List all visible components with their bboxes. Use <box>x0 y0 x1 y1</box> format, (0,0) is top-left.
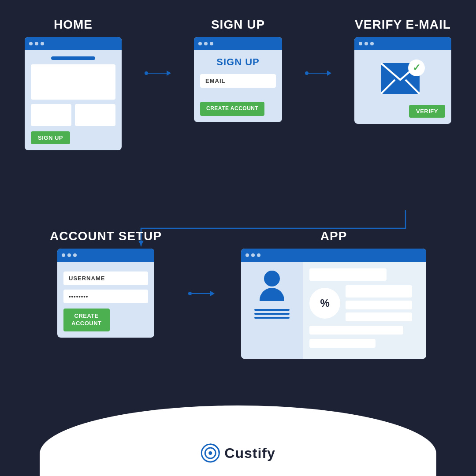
svg-point-2 <box>208 451 212 455</box>
signup-title: SIGN UP <box>200 56 276 68</box>
verify-browser-bar <box>354 37 451 50</box>
home-label: HOME <box>54 18 93 32</box>
signup-flow-item: SIGN UP SIGN UP EMAIL CREATE ACCOUNT <box>194 18 282 122</box>
verify-icon-wrap: ✓ <box>361 56 445 105</box>
home-cards <box>31 104 115 126</box>
verify-dot-1 <box>359 42 362 45</box>
verify-button[interactable]: VERIFY <box>409 105 445 118</box>
home-card-2 <box>75 104 115 126</box>
app-bars-group <box>346 285 420 321</box>
app-dot-3 <box>257 253 260 257</box>
arrow-signup-verify <box>305 71 331 76</box>
arrow-line-3 <box>192 293 210 294</box>
user-lines-icon <box>254 309 290 319</box>
account-dot-2 <box>67 253 71 257</box>
home-browser: SIGN UP <box>25 37 122 150</box>
signup-dot-1 <box>198 42 202 45</box>
check-badge: ✓ <box>408 60 425 76</box>
verify-btn-wrap: VERIFY <box>361 105 445 118</box>
signup-email-field[interactable]: EMAIL <box>200 74 276 88</box>
arrow-account-app <box>188 291 215 296</box>
app-bar-5 <box>309 326 403 335</box>
app-bar-1 <box>309 268 387 281</box>
arrow-head-2 <box>327 71 331 76</box>
app-flow-item: APP <box>241 229 426 359</box>
home-nav-bar <box>51 56 95 60</box>
user-line-2 <box>254 313 290 315</box>
signup-label: SIGN UP <box>211 18 265 32</box>
home-browser-body: SIGN UP <box>25 50 122 150</box>
arrow-line-2 <box>309 73 327 74</box>
top-row: HOME SIGN UP SIGN UP <box>13 18 463 150</box>
create-account-button-top[interactable]: CREATE ACCOUNT <box>200 102 264 116</box>
bottom-arc <box>40 405 436 476</box>
account-browser: USERNAME •••••••• CREATE ACCOUNT <box>57 249 154 338</box>
app-label: APP <box>320 229 347 243</box>
app-bar-4 <box>346 312 412 321</box>
home-dot-3 <box>41 42 44 45</box>
home-browser-bar <box>25 37 122 50</box>
app-browser-bar <box>241 249 426 262</box>
account-dot-1 <box>62 253 65 257</box>
app-dot-2 <box>251 253 255 257</box>
signup-dot-3 <box>210 42 213 45</box>
arrow-dot-3 <box>188 292 192 295</box>
app-browser: % <box>241 249 426 359</box>
account-browser-bar <box>57 249 154 262</box>
verify-browser: ✓ VERIFY <box>354 37 451 124</box>
verify-dot-2 <box>364 42 368 45</box>
check-mark-icon: ✓ <box>413 62 420 74</box>
create-btn-line1: CREATE <box>74 312 99 319</box>
home-flow-item: HOME SIGN UP <box>25 18 122 150</box>
verify-browser-body: ✓ VERIFY <box>354 50 451 124</box>
user-head-icon <box>264 271 280 286</box>
arrow-head-3 <box>210 291 215 296</box>
home-signup-button[interactable]: SIGN UP <box>31 131 70 144</box>
home-card-1 <box>31 104 71 126</box>
app-bar-3 <box>346 301 412 309</box>
home-dot-1 <box>29 42 33 45</box>
verify-dot-3 <box>370 42 374 45</box>
account-dot-3 <box>73 253 77 257</box>
create-account-button-bottom[interactable]: CREATE ACCOUNT <box>63 309 110 331</box>
app-browser-body: % <box>241 262 426 359</box>
account-browser-body: USERNAME •••••••• CREATE ACCOUNT <box>57 262 154 338</box>
brand: Custify <box>201 443 275 463</box>
signup-browser-body: SIGN UP EMAIL CREATE ACCOUNT <box>194 50 282 122</box>
verify-flow-item: VERIFY E-MAIL <box>354 18 451 124</box>
app-bar-2 <box>346 285 412 298</box>
home-dot-2 <box>35 42 38 45</box>
arrow-home-signup <box>145 71 171 76</box>
account-setup-flow-item: ACCOUNT SETUP USERNAME •••••••• CREATE A… <box>50 229 162 338</box>
arrow-head-1 <box>167 71 171 76</box>
account-setup-label: ACCOUNT SETUP <box>50 229 162 243</box>
brand-logo-icon <box>201 443 220 463</box>
password-field[interactable]: •••••••• <box>63 290 148 303</box>
signup-browser: SIGN UP EMAIL CREATE ACCOUNT <box>194 37 282 122</box>
username-field[interactable]: USERNAME <box>63 271 148 285</box>
signup-browser-bar <box>194 37 282 50</box>
app-content: % <box>303 262 426 359</box>
app-percent-row: % <box>309 285 420 321</box>
arrow-line-1 <box>148 73 167 74</box>
app-sidebar <box>241 262 303 359</box>
mail-check-icon: ✓ <box>381 63 425 98</box>
arrow-dot-1 <box>145 71 148 75</box>
bottom-row: ACCOUNT SETUP USERNAME •••••••• CREATE A… <box>13 229 463 359</box>
app-bar-6 <box>309 339 376 348</box>
create-btn-wrap: CREATE ACCOUNT <box>63 309 148 331</box>
percent-circle: % <box>309 288 340 319</box>
verify-label: VERIFY E-MAIL <box>355 18 451 32</box>
home-hero <box>31 64 115 100</box>
brand-name: Custify <box>224 445 275 461</box>
app-dot-1 <box>245 253 249 257</box>
arrow-dot-2 <box>305 71 309 75</box>
create-btn-line2: ACCOUNT <box>71 320 102 327</box>
signup-dot-2 <box>204 42 208 45</box>
user-body-icon <box>260 288 284 301</box>
user-icon <box>260 271 284 301</box>
user-line-3 <box>254 317 290 319</box>
user-line-1 <box>254 309 290 311</box>
